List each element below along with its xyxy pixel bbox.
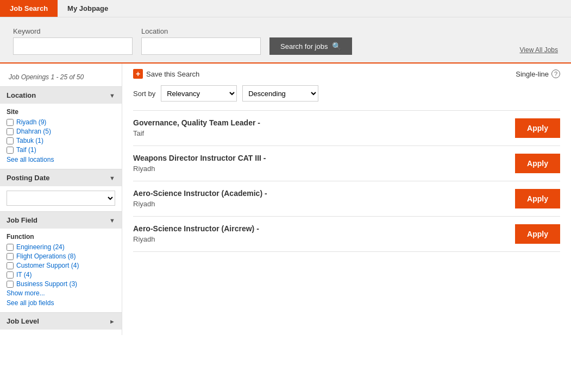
job-details-2: Aero-Science Instructor (Academic) - Riy… (133, 189, 504, 208)
tab-job-search[interactable]: Job Search (0, 0, 58, 17)
location-checkbox-riyadh[interactable] (7, 119, 14, 126)
posting-date-filter-section: Posting Date ▼ Last 7 days Last 14 days … (0, 169, 122, 211)
job-field-link-customer-support[interactable]: Customer Support (4) (16, 262, 79, 269)
job-field-checkbox-it[interactable] (7, 271, 14, 279)
job-field-link-engineering[interactable]: Engineering (24) (16, 243, 65, 251)
sort-by-select[interactable]: Relevancy Date Posted Job Title (161, 85, 237, 102)
save-search-button[interactable]: + Save this Search (133, 69, 199, 79)
job-field-item-customer-support: Customer Support (4) (7, 262, 115, 269)
job-item-1: Weapons Director Instructor CAT III - Ri… (133, 146, 560, 181)
job-title-0: Governance, Quality Team Leader - (133, 118, 504, 127)
search-bar: Keyword Location Search for jobs 🔍 View … (0, 17, 571, 64)
job-item-2: Aero-Science Instructor (Academic) - Riy… (133, 181, 560, 217)
location-filter-label: Location (7, 91, 36, 99)
main-content: + Save this Search Single-line ? Sort by… (122, 64, 571, 335)
job-title-2: Aero-Science Instructor (Academic) - (133, 189, 504, 198)
show-more-link[interactable]: Show more... (7, 289, 115, 297)
job-field-label: Job Field (7, 216, 37, 224)
toolbar: + Save this Search Single-line ? (133, 69, 560, 79)
help-icon[interactable]: ? (551, 69, 560, 78)
function-label: Function (7, 233, 115, 241)
location-item-tabuk: Tabuk (1) (7, 137, 115, 144)
job-location-1: Riyadh (133, 165, 504, 173)
job-title-1: Weapons Director Instructor CAT III - (133, 154, 504, 162)
apply-button-2[interactable]: Apply (515, 189, 560, 208)
job-details-3: Aero-Science Instructor (Aircrew) - Riya… (133, 224, 504, 243)
job-title-3: Aero-Science Instructor (Aircrew) - (133, 224, 504, 233)
location-checkbox-dhahran[interactable] (7, 128, 14, 135)
single-line-toggle: Single-line ? (516, 69, 560, 78)
see-all-job-fields-link[interactable]: See all job fields (7, 299, 115, 307)
view-all-jobs-link[interactable]: View All Jobs (520, 46, 558, 55)
location-checkbox-taif[interactable] (7, 147, 14, 154)
top-nav: Job Search My Jobpage (0, 0, 571, 17)
job-location-0: Taif (133, 129, 504, 137)
posting-date-filter-header[interactable]: Posting Date ▼ (0, 169, 122, 186)
job-field-link-it[interactable]: IT (4) (16, 271, 32, 279)
job-field-arrow: ▼ (109, 217, 115, 224)
job-field-filter-header[interactable]: Job Field ▼ (0, 212, 122, 229)
location-filter-section: Location ▼ Site Riyadh (9) Dhahran (5) T… (0, 86, 122, 169)
location-field-group: Location (141, 27, 261, 55)
posting-date-arrow: ▼ (109, 175, 115, 181)
location-input[interactable] (141, 37, 261, 55)
job-location-3: Riyadh (133, 235, 504, 243)
posting-date-label: Posting Date (7, 174, 49, 182)
search-button[interactable]: Search for jobs 🔍 (269, 37, 352, 55)
save-search-label: Save this Search (146, 70, 199, 78)
job-details-0: Governance, Quality Team Leader - Taif (133, 118, 504, 137)
job-item-0: Governance, Quality Team Leader - Taif A… (133, 110, 560, 146)
job-field-filter-section: Job Field ▼ Function Engineering (24) Fl… (0, 211, 122, 312)
job-field-filter-body: Function Engineering (24) Flight Operati… (0, 229, 122, 312)
location-item-taif: Taif (1) (7, 146, 115, 154)
site-label: Site (7, 108, 115, 116)
apply-button-0[interactable]: Apply (515, 118, 560, 138)
job-field-link-business-support[interactable]: Business Support (3) (16, 280, 77, 288)
keyword-input[interactable] (13, 37, 133, 55)
tab-my-jobpage[interactable]: My Jobpage (58, 0, 118, 17)
job-field-checkbox-business-support[interactable] (7, 281, 14, 288)
job-field-item-business-support: Business Support (3) (7, 280, 115, 288)
job-field-item-it: IT (4) (7, 271, 115, 279)
sort-bar: Sort by Relevancy Date Posted Job Title … (133, 85, 560, 102)
job-field-item-flight-ops: Flight Operations (8) (7, 252, 115, 260)
keyword-field-group: Keyword (13, 27, 133, 55)
posting-date-select[interactable]: Last 7 days Last 14 days Last 30 days (7, 191, 115, 206)
apply-button-1[interactable]: Apply (515, 154, 560, 173)
job-field-item-engineering: Engineering (24) (7, 243, 115, 251)
search-icon: 🔍 (332, 42, 341, 50)
job-list: Governance, Quality Team Leader - Taif A… (133, 110, 560, 252)
location-item-dhahran: Dhahran (5) (7, 128, 115, 135)
apply-button-3[interactable]: Apply (515, 224, 560, 244)
job-field-link-flight-ops[interactable]: Flight Operations (8) (16, 252, 76, 260)
location-filter-body: Site Riyadh (9) Dhahran (5) Tabuk (1) Ta… (0, 104, 122, 169)
keyword-label: Keyword (13, 27, 133, 35)
single-line-label: Single-line (516, 70, 549, 78)
plus-icon: + (133, 69, 143, 79)
see-all-locations-link[interactable]: See all locations (7, 156, 115, 163)
search-button-label: Search for jobs (280, 42, 328, 50)
job-level-filter-section: Job Level ► (0, 312, 122, 330)
job-level-filter-header[interactable]: Job Level ► (0, 313, 122, 330)
content-area: Job Openings 1 - 25 of 50 Location ▼ Sit… (0, 64, 571, 335)
location-link-tabuk[interactable]: Tabuk (1) (16, 137, 43, 144)
job-details-1: Weapons Director Instructor CAT III - Ri… (133, 154, 504, 173)
location-link-taif[interactable]: Taif (1) (16, 146, 36, 154)
job-item-3: Aero-Science Instructor (Aircrew) - Riya… (133, 217, 560, 252)
job-openings-count: Job Openings 1 - 25 of 50 (0, 69, 122, 86)
location-link-riyadh[interactable]: Riyadh (9) (16, 118, 46, 126)
location-filter-header[interactable]: Location ▼ (0, 87, 122, 104)
sort-by-label: Sort by (133, 90, 155, 98)
location-link-dhahran[interactable]: Dhahran (5) (16, 128, 51, 135)
location-item-riyadh: Riyadh (9) (7, 118, 115, 126)
job-field-checkbox-engineering[interactable] (7, 244, 14, 251)
sidebar: Job Openings 1 - 25 of 50 Location ▼ Sit… (0, 64, 122, 335)
job-level-arrow: ► (109, 318, 115, 325)
job-level-label: Job Level (7, 317, 39, 325)
location-checkbox-tabuk[interactable] (7, 137, 14, 144)
location-label: Location (141, 27, 261, 35)
sort-order-select[interactable]: Descending Ascending (242, 85, 318, 102)
job-field-checkbox-flight-ops[interactable] (7, 253, 14, 260)
job-location-2: Riyadh (133, 200, 504, 208)
job-field-checkbox-customer-support[interactable] (7, 262, 14, 269)
